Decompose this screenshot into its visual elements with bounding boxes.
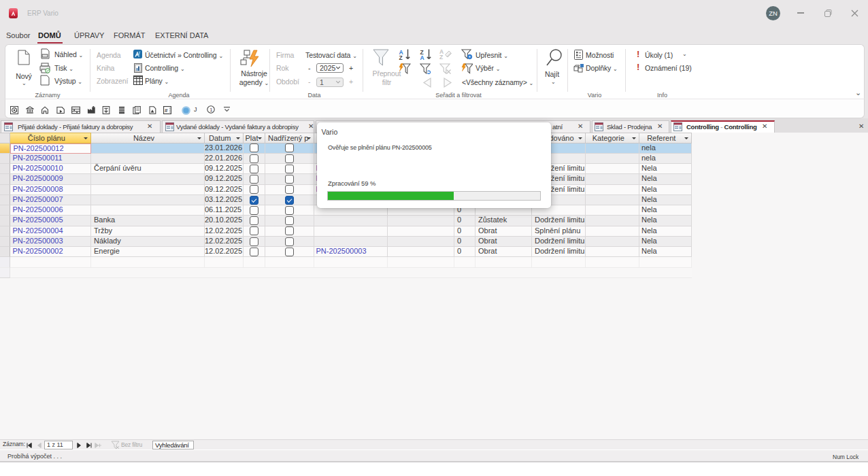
- svg-text:Z: Z: [439, 54, 443, 60]
- svg-text:#: #: [165, 107, 168, 114]
- svg-text:Z: Z: [399, 54, 403, 61]
- svg-text:1: 1: [210, 107, 212, 113]
- svg-text:A: A: [420, 54, 424, 61]
